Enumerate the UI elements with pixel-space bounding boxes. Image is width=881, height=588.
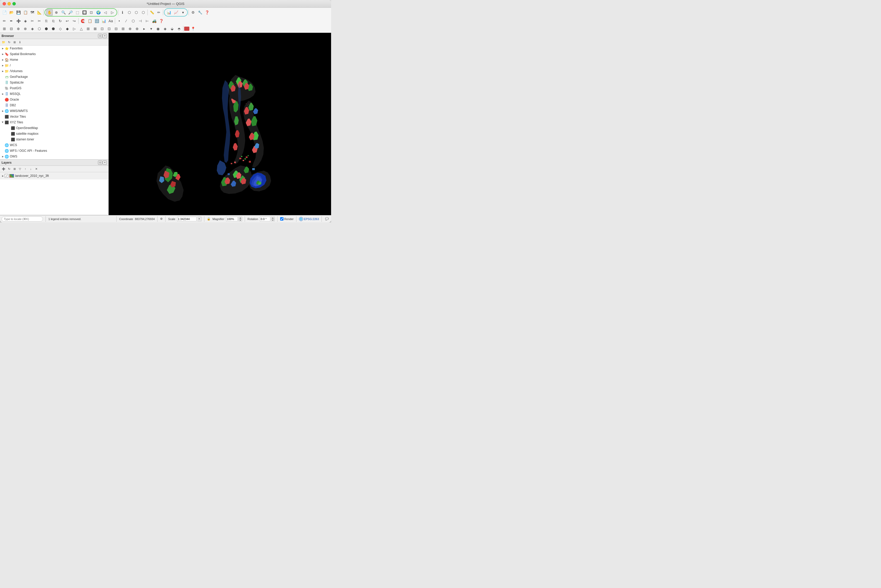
tree-item-db2[interactable]: ▶ 🗄 DB2 [0,102,108,108]
zoom-rubber-button[interactable]: ⬚ [74,9,81,16]
polygons-button[interactable]: ⬡ [130,18,137,24]
help2-button[interactable]: ❓ [158,18,165,24]
tree-item-root[interactable]: ▶ 📁 / [0,63,108,68]
zoom-last-button[interactable]: ◁ [102,9,109,16]
maximize-button[interactable] [12,2,16,5]
magnifier-input[interactable] [226,217,238,221]
field-calc-button[interactable]: 🔢 [93,18,100,24]
add-feature-button[interactable]: ➕ [15,18,22,24]
digitize-button[interactable]: ✏ [1,18,8,24]
tree-item-wms-wmts[interactable]: ▶ 🌐 WMS/WMTS [0,108,108,114]
attr-table-button[interactable]: 📊 [101,18,107,24]
advanced25-button[interactable]: ⬙ [169,26,176,32]
form-button[interactable]: 📋 [86,18,93,24]
print-layout-button[interactable]: 🗺 [29,9,36,16]
location-button[interactable]: 📍 [190,26,196,32]
layers-filter2-btn[interactable]: ▽ [17,166,23,171]
tree-item-wcs[interactable]: ▶ 🌐 WCS [0,142,108,148]
advanced8-button[interactable]: ⬣ [50,26,57,32]
advanced4-button[interactable]: ⊗ [22,26,29,32]
zoom-all-button[interactable]: 🔲 [81,9,88,16]
pan-map-button[interactable]: ⊕ [53,9,60,16]
rotation-up-btn[interactable]: ▲ [271,217,275,219]
copy-button[interactable]: ⎘ [43,18,50,24]
message-log-button[interactable]: 💬 [324,216,330,222]
advanced5-button[interactable]: ◈ [29,26,36,32]
rotation-input[interactable] [260,217,270,221]
points-button[interactable]: • [116,18,123,24]
advanced3-button[interactable]: ⊕ [15,26,22,32]
undo-button[interactable]: ↩ [64,18,71,24]
scale-dropdown[interactable]: ▾ [197,217,201,221]
advanced19-button[interactable]: ⊗ [127,26,134,32]
advanced26-button[interactable]: ⬘ [176,26,182,32]
close-button[interactable] [3,2,6,5]
rotate-button[interactable]: ↻ [57,18,64,24]
browser-info-btn[interactable]: ℹ [17,39,23,45]
vertex-button[interactable]: ◈ [22,18,29,24]
redo-button[interactable]: ↪ [71,18,78,24]
tree-item-stamen-toner[interactable]: ▶ ⬛ stamen toner [0,136,108,142]
tree-item-ows[interactable]: ▶ 🌐 OWS [0,154,108,159]
advanced16-button[interactable]: ⊡ [106,26,113,32]
tree-item-oracle[interactable]: ▶ 🔴 Oracle [0,97,108,102]
advanced17-button[interactable]: ⊟ [113,26,120,32]
split-button[interactable]: ⊣ [137,18,144,24]
advanced15-button[interactable]: ⊡ [99,26,105,32]
layers-close-btn[interactable]: ✕ [103,160,107,165]
layers-remove-btn[interactable]: ✕ [34,166,39,171]
plugin-button[interactable]: 🔧 [197,9,203,16]
tree-item-volumes[interactable]: ▶ 📁 /Volumes [0,68,108,74]
merge-button[interactable]: ⊢ [144,18,150,24]
snapping-button[interactable]: 🧲 [80,18,86,24]
magnifier-down-btn[interactable]: ▼ [239,219,242,221]
zoom-in-button[interactable]: 🔍 [60,9,67,16]
edit-button[interactable]: ✒ [8,18,15,24]
render-checkbox[interactable] [280,217,284,220]
rotation-down-btn[interactable]: ▼ [271,219,275,221]
advanced12-button[interactable]: △ [78,26,85,32]
advanced18-button[interactable]: ⊞ [120,26,126,32]
tree-item-spatialite[interactable]: ▶ 🗄 SpatiaLite [0,80,108,86]
layers-filter-btn[interactable]: ⊞ [12,166,17,171]
tree-item-satellite-mapbox[interactable]: ▶ ⬛ satellite mapbox [0,131,108,136]
tree-item-favorites[interactable]: ▶ ⭐ Favorites [0,45,108,51]
tree-item-geopackage[interactable]: ▶ 🗃 GeoPackage [0,74,108,80]
deselect-button[interactable]: ⬡ [133,9,140,16]
layer-item-landcover[interactable]: ▶ ✓ landcover_2010_nyc_3ft [0,172,108,180]
advanced13-button[interactable]: ⊞ [85,26,92,32]
browser-close-btn[interactable]: ✕ [103,34,107,38]
tree-item-mssql[interactable]: ▶ 🗄 MSSQL [0,91,108,97]
cut-button[interactable]: ✂ [36,18,43,24]
delete-button[interactable]: ✂ [29,18,36,24]
open-button[interactable]: 📂 [8,9,15,16]
layers-down-btn[interactable]: ↓ [28,166,33,171]
color-select-button[interactable] [184,27,189,31]
landcover-checkbox[interactable]: ✓ [5,174,8,178]
layers-collapse-btn[interactable]: ⊟ [98,160,102,165]
tree-item-vector-tiles[interactable]: ▶ ⬛ Vector Tiles [0,114,108,120]
tree-item-home[interactable]: ▶ 🏠 Home [0,57,108,63]
label-button[interactable]: Aa [107,18,114,24]
layer-diagram-button[interactable]: 📈 [173,9,179,16]
tree-item-xyz-tiles[interactable]: ▶ ⬛ XYZ Tiles [0,120,108,125]
settings-button[interactable]: ⚙ [190,9,196,16]
zoom-out-button[interactable]: 🔎 [67,9,74,16]
locate-search-input[interactable] [2,216,43,222]
zoom-layer-button[interactable]: ⊡ [88,9,95,16]
advanced11-button[interactable]: ▷ [71,26,78,32]
minimize-button[interactable] [8,2,11,5]
browser-refresh-btn[interactable]: ↻ [6,39,12,45]
tree-item-openstreetmap[interactable]: ▶ ⬛ OpenStreetMap [0,125,108,131]
advanced24-button[interactable]: ◈ [162,26,168,32]
tree-item-postgis[interactable]: ▶ 🐘 PostGIS [0,86,108,91]
statistics-button[interactable]: 📊 [165,9,172,16]
advanced20-button[interactable]: ⊕ [134,26,140,32]
help-button[interactable]: ❓ [204,9,210,16]
advanced1-button[interactable]: ⊞ [1,26,8,32]
lines-button[interactable]: ∕ [123,18,130,24]
epsg-badge[interactable]: 🌐 EPSG:2263 [299,217,319,221]
browser-collapse-btn[interactable]: ⊟ [98,34,102,38]
advanced7-button[interactable]: ⬢ [43,26,50,32]
identify-button[interactable]: ℹ [119,9,126,16]
